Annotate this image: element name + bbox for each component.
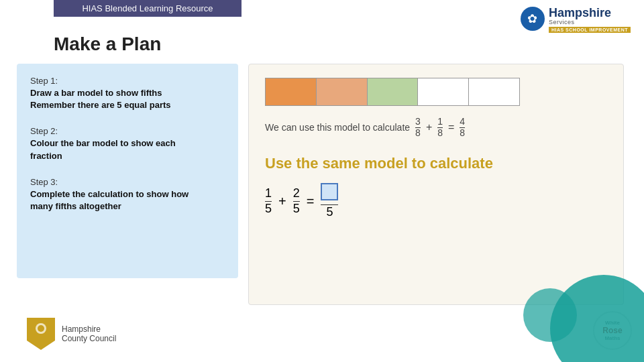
teal-blob-2 [523,288,577,342]
page-title: Make a Plan [54,34,161,55]
calc-f2-num: 2 [293,186,300,202]
calc-f1-den: 5 [265,202,272,217]
step-3-label: Step 3: [30,177,225,187]
calc-box [321,183,338,206]
bar-model [265,78,520,106]
main-calc-row: 1 5 + 2 5 = 5 [265,183,607,220]
step-2-block: Step 2: Colour the bar model to show eac… [30,126,225,162]
hcc-sub: County Council [62,334,116,343]
ex-f1-den: 8 [415,128,421,138]
calc-fraction-1: 1 5 [265,186,272,217]
plus-sign-1: + [426,121,432,133]
header-bar: HIAS Blended Learning Resource [54,0,241,17]
bar-cell-5 [469,78,519,105]
equals-sign-2: = [307,194,315,209]
calc-fraction-2: 2 5 [293,186,300,217]
example-result: 4 8 [460,117,465,139]
plus-sign-2: + [278,194,286,209]
ex-f2-num: 1 [437,117,443,128]
equals-sign-1: = [448,121,454,133]
hcc-name: Hampshire [62,324,116,334]
calc-result: 5 [321,183,338,220]
hcc-shield-icon [27,318,55,350]
calc-res-den: 5 [326,205,333,220]
header-title: HIAS Blended Learning Resource [82,3,213,13]
bar-cell-1 [266,78,317,105]
bar-cell-4 [418,78,469,105]
step-3-text: Complete the calculation to show howmany… [30,188,225,213]
bar-cell-2 [317,78,368,105]
bar-cell-3 [368,78,419,105]
use-model-heading: Use the same model to calculate [265,155,607,172]
calc-f1-num: 1 [265,186,272,202]
step-1-block: Step 1: Draw a bar model to show fifthsR… [30,76,225,111]
step-1-text: Draw a bar model to show fifthsRemember … [30,87,225,111]
logo-sub: Services [549,19,631,25]
example-text: We can use this model to calculate [265,122,410,133]
example-calc-row: We can use this model to calculate 3 8 +… [265,117,607,139]
steps-panel: Step 1: Draw a bar model to show fifthsR… [17,64,238,278]
step-3-block: Step 3: Complete the calculation to show… [30,177,225,213]
ex-f1-num: 3 [415,117,421,128]
ex-res-num: 4 [460,117,465,128]
step-1-label: Step 1: [30,76,225,86]
calc-f2-den: 5 [293,202,300,217]
hampshire-logo: ✿ Hampshire Services HIAS SCHOOL IMPROVE… [521,7,631,33]
flower-icon: ✿ [527,11,537,26]
logo-name: Hampshire [549,7,631,19]
ex-f2-den: 8 [437,128,443,138]
example-fraction-2: 1 8 [437,117,443,139]
content-panel: We can use this model to calculate 3 8 +… [248,64,624,305]
logo-flower: ✿ [521,7,545,31]
step-2-label: Step 2: [30,126,225,136]
hcc-logo: Hampshire County Council [27,318,116,350]
ex-res-den: 8 [460,128,465,138]
example-fraction-1: 3 8 [415,117,421,139]
svg-point-1 [38,325,44,332]
step-2-text: Colour the bar model to show eachfractio… [30,137,225,162]
answer-box[interactable] [321,183,338,200]
logo-badge: HIAS SCHOOL IMPROVEMENT [549,27,631,33]
